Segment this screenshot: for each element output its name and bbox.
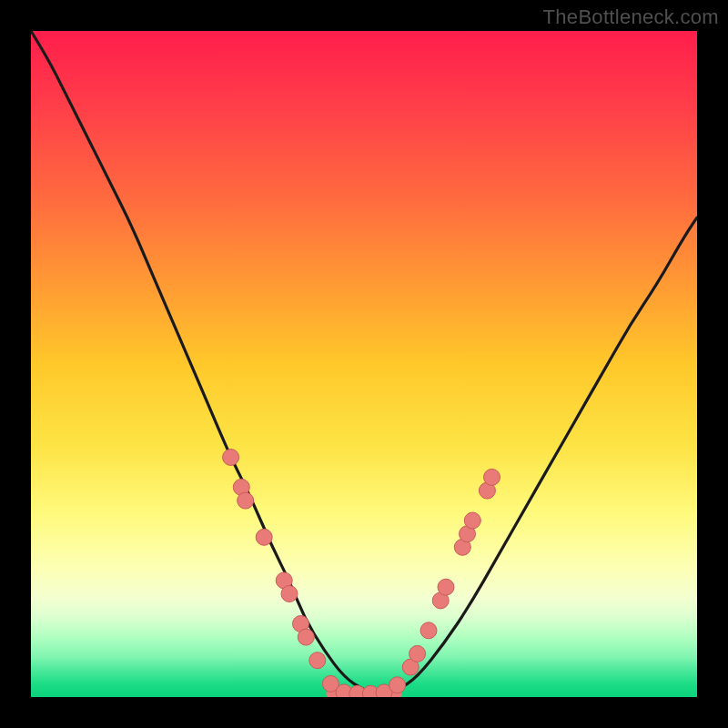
curve-dot xyxy=(438,579,454,595)
curve-dot xyxy=(464,512,480,529)
curve-dot xyxy=(281,586,298,602)
curve-layer xyxy=(31,31,697,697)
curve-dot xyxy=(484,469,500,485)
curve-dot xyxy=(420,622,437,639)
curve-dot xyxy=(389,677,406,693)
plot-area xyxy=(31,31,697,697)
curve-dot xyxy=(309,652,326,669)
bottleneck-curve xyxy=(31,31,697,695)
curve-dot xyxy=(223,450,239,466)
chart-stage: TheBottleneck.com xyxy=(0,0,728,728)
curve-dot xyxy=(298,629,314,645)
curve-dot xyxy=(238,492,254,509)
curve-dot xyxy=(256,529,272,545)
curve-dots-group xyxy=(223,450,500,698)
watermark-text: TheBottleneck.com xyxy=(543,5,719,29)
curve-dot xyxy=(410,645,426,662)
